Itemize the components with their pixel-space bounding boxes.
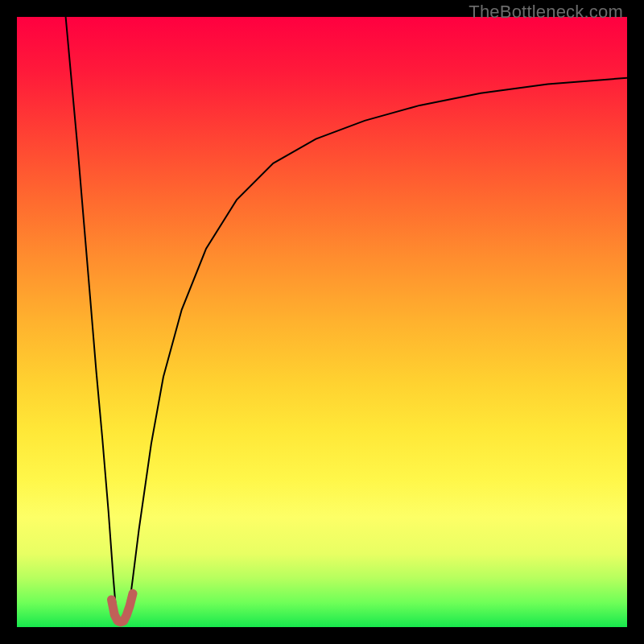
watermark-text: TheBottleneck.com [469,2,623,23]
chart-frame: TheBottleneck.com [0,0,644,644]
right-branch-path [128,78,627,615]
valley-mark-path [112,593,134,622]
left-branch-path [66,17,117,615]
curve-layer [17,17,627,627]
